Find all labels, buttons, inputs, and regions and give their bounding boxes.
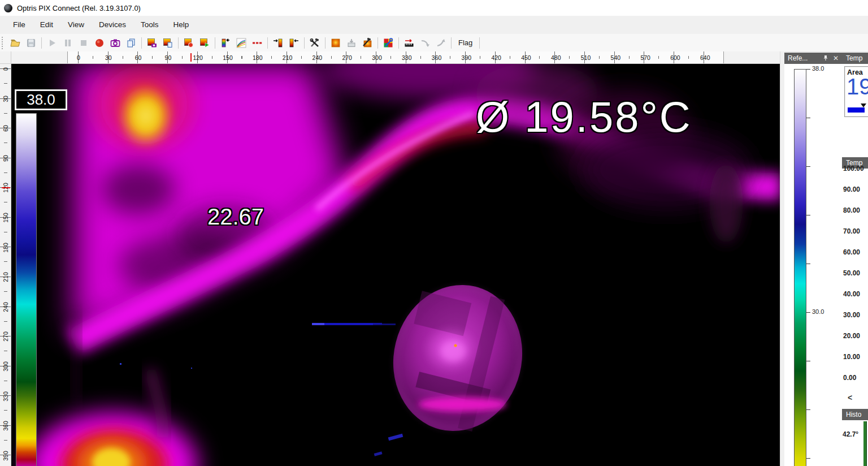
scale-tick	[806, 361, 810, 361]
scale-tick	[806, 458, 810, 459]
toolbar-separator	[41, 37, 42, 49]
snapshot-camera-icon[interactable]	[108, 36, 123, 50]
temperature-axis-value: 80.00	[843, 206, 868, 214]
palette-shift-left-icon[interactable]	[287, 36, 301, 50]
vertical-ruler-labels: 0306090120150180210240270300330360390	[0, 64, 11, 462]
menu-item[interactable]: File	[6, 16, 33, 34]
temperature-axis-value: 90.00	[843, 185, 868, 193]
copy-icon[interactable]	[124, 36, 138, 50]
save-icon[interactable]	[24, 36, 38, 50]
palette-shift-right-icon[interactable]	[271, 36, 285, 50]
temperature-axis-value: 30.00	[843, 311, 868, 319]
ruler-label: 270	[0, 331, 11, 342]
reference-panel: Refe... ✕ 38.0 30.0	[784, 53, 842, 466]
toolbar-separator	[325, 37, 326, 49]
temperature-panel-header[interactable]: Temp	[842, 53, 868, 64]
vertical-ruler[interactable]: 0306090120150180210240270300330360390	[0, 64, 11, 466]
ruler-label: 90	[162, 54, 174, 61]
temperature-axis-value: 100.00	[843, 165, 868, 172]
red-dashes-icon[interactable]	[250, 36, 264, 50]
scale-tick	[806, 69, 810, 70]
toolbar-separator	[377, 37, 378, 49]
ruler-label: 390	[460, 54, 472, 61]
ruler-corner	[0, 51, 11, 64]
scale-max-readout: 38.0	[15, 89, 67, 110]
temperature-axis-value: 10.00	[843, 353, 868, 361]
thermal-play-icon[interactable]	[197, 36, 212, 50]
ruler-label: 210	[0, 271, 11, 283]
app-logo-icon	[4, 4, 12, 12]
arrow-up-right-icon[interactable]	[433, 36, 448, 50]
ruler-label: 30	[102, 54, 115, 61]
scale-max-label: 38.0	[812, 65, 824, 72]
ruler-label: 150	[0, 212, 11, 223]
temperature-axis-value: 20.00	[843, 332, 868, 340]
flag-button[interactable]: Flag	[454, 37, 477, 48]
open-file-icon[interactable]	[8, 36, 23, 50]
collapse-panel-arrow[interactable]: <	[848, 393, 852, 402]
ruler-label: 420	[490, 54, 502, 61]
play-icon[interactable]	[45, 36, 59, 50]
ruler-label: 330	[401, 54, 413, 61]
thermal-copy-icon[interactable]	[160, 36, 175, 50]
reference-panel-header[interactable]: Refe... ✕	[784, 53, 842, 64]
pin-icon[interactable]	[822, 55, 828, 62]
temperature-axis-value: 60.00	[843, 248, 868, 256]
palette-import-icon[interactable]	[218, 36, 233, 50]
close-icon[interactable]: ✕	[833, 55, 839, 62]
ruler-label: 30	[0, 93, 11, 105]
ruler-label: 570	[639, 54, 652, 61]
temperature-axis-value: 50.00	[843, 269, 868, 277]
measure-ruler-icon[interactable]	[402, 36, 416, 50]
ruler-label: 120	[192, 54, 204, 61]
thermal-snapshot-icon[interactable]	[145, 36, 159, 50]
thermal-image-view[interactable]: 38.0 Ø 19.58°C 22.67	[11, 64, 780, 466]
tools-orange-icon[interactable]	[360, 36, 375, 50]
menu-item[interactable]: Tools	[133, 16, 166, 34]
menu-item[interactable]: Edit	[33, 16, 60, 34]
vertical-ruler-cursor	[2, 187, 10, 188]
record-icon[interactable]	[92, 36, 107, 50]
toolbar-separator	[178, 37, 179, 49]
histogram-panel-header[interactable]: Histo	[842, 409, 868, 420]
chart-icon[interactable]	[234, 36, 249, 50]
spot-temperature-label: 22.67	[207, 204, 264, 230]
toolbar-grip[interactable]	[2, 37, 7, 49]
import-box-icon[interactable]	[344, 36, 359, 50]
arrow-down-right-icon[interactable]	[418, 36, 432, 50]
stop-icon[interactable]	[76, 36, 91, 50]
toolbar-separator	[451, 37, 452, 49]
histogram-panel-title: Histo	[846, 411, 861, 418]
ruler-label: 510	[580, 54, 592, 61]
ruler-label: 60	[0, 123, 11, 134]
scale-tick	[806, 264, 810, 264]
toolbar-separator	[141, 37, 142, 49]
hot-area-icon[interactable]	[328, 36, 343, 50]
ruler-label: 210	[281, 54, 294, 61]
ruler-label: 540	[609, 54, 622, 61]
scale-max-value: 38.0	[27, 91, 55, 109]
tools-icon[interactable]	[307, 36, 322, 50]
horizontal-ruler[interactable]: 0306090120150180210240270300330360390420…	[11, 51, 780, 64]
toolbar: Flag	[0, 34, 868, 52]
menu-item[interactable]: Help	[166, 16, 197, 34]
ruler-label: 360	[431, 54, 443, 61]
ruler-label: 330	[0, 391, 11, 402]
ruler-label: 60	[132, 54, 145, 61]
scale-tick	[806, 312, 810, 313]
temperature-panel: Temp Area 19 Temp 100.0090.0080.0070.006…	[842, 53, 868, 466]
reference-color-scale-bar[interactable]	[794, 69, 806, 466]
menu-item[interactable]: View	[60, 16, 92, 34]
area-bar-marker-icon	[861, 103, 866, 107]
scale-tick	[806, 166, 810, 167]
layout-wrench-icon[interactable]	[381, 36, 396, 50]
pause-icon[interactable]	[60, 36, 75, 50]
ruler-label: 300	[0, 361, 11, 372]
area-temperature-bar	[848, 107, 865, 113]
menu-item[interactable]: Devices	[92, 16, 133, 34]
ruler-label: 90	[0, 153, 11, 164]
toolbar-separator	[215, 37, 215, 49]
thermal-record-icon[interactable]	[181, 36, 196, 50]
toolbar-separator	[304, 37, 305, 49]
window-title: Optris PIX Connect (Rel. 3.19.3107.0)	[17, 4, 141, 12]
